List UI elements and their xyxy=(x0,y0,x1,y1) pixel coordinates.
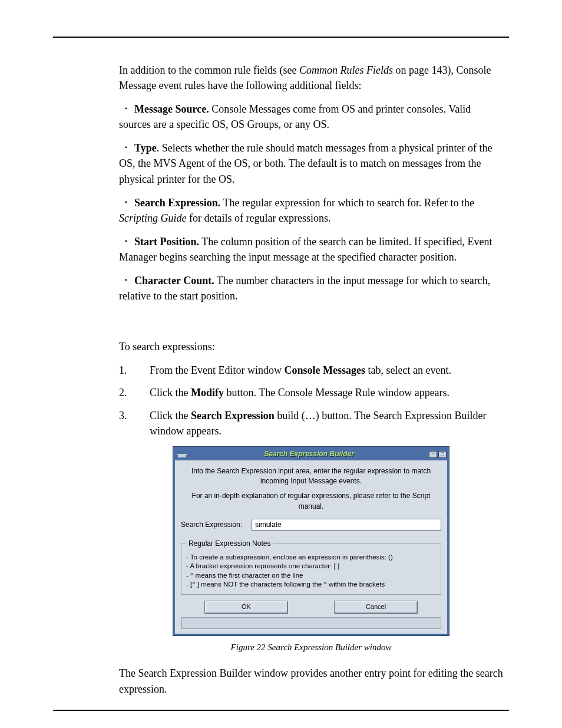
step-3: 3. Click the Search Expression build (…)… xyxy=(119,408,503,439)
dialog-help-2: For an in-depth explanation of regular e… xyxy=(181,491,441,512)
figure-caption: Figure 22 Search Expression Builder wind… xyxy=(119,641,503,654)
window-title: Search Expression Builder xyxy=(189,449,429,459)
dialog-help-1: Into the Search Expression input area, e… xyxy=(181,466,441,487)
body-column: In addition to the common rule fields (s… xyxy=(119,62,503,697)
search-expression-label: Search Expression: xyxy=(181,520,252,530)
search-expression-input[interactable]: simulate xyxy=(252,519,441,531)
bullet-message-source: ▪ Message Source. Console Messages come … xyxy=(119,101,503,132)
dialog-figure: Search Expression Builder · □ Into the S… xyxy=(173,447,449,635)
dialog-body: Into the Search Expression input area, e… xyxy=(175,460,447,634)
bullet-text: The regular expression for which to sear… xyxy=(220,197,474,209)
steps-intro: To search expressions: xyxy=(119,339,503,354)
step-number: 2. xyxy=(119,385,150,400)
title-bar[interactable]: Search Expression Builder · □ xyxy=(175,449,447,460)
closing-paragraph: The Search Expression Builder window pro… xyxy=(119,666,503,696)
notes-fieldset: Regular Expression Notes - To create a s… xyxy=(181,539,441,594)
cancel-button[interactable]: Cancel xyxy=(334,601,418,614)
bullet-character-count: ▪ Character Count. The number characters… xyxy=(119,273,503,304)
numbered-list: 1. From the Event Editor window Console … xyxy=(119,363,503,438)
note-line: - A bracket expression represents one ch… xyxy=(186,562,436,571)
bullet-start-position: ▪ Start Position. The column position of… xyxy=(119,234,503,265)
system-menu-icon[interactable] xyxy=(177,451,187,458)
intro-link: Common Rules Fields xyxy=(299,64,393,76)
bullet-marker-icon: ▪ xyxy=(125,106,127,111)
status-bar xyxy=(181,617,441,629)
title-bar-buttons: · □ xyxy=(429,451,447,458)
step-2: 2. Click the Modify button. The Console … xyxy=(119,385,503,400)
step-number: 1. xyxy=(119,363,150,378)
bullet-marker-icon: ▪ xyxy=(125,199,127,205)
minimize-button[interactable]: · xyxy=(429,451,437,458)
maximize-button[interactable]: □ xyxy=(438,451,447,458)
search-expression-row: Search Expression: simulate xyxy=(181,519,441,531)
bullet-label: Character Count. xyxy=(134,275,214,286)
dialog-window: Search Expression Builder · □ Into the S… xyxy=(173,447,449,635)
bullet-marker-icon: ▪ xyxy=(125,238,127,244)
dot-icon: · xyxy=(432,451,434,457)
bullet-text2: for details of regular expressions. xyxy=(187,212,331,224)
step-text: Click the Modify button. The Console Mes… xyxy=(150,385,503,400)
bullet-label: Start Position. xyxy=(134,236,199,248)
bullet-type: ▪ Type. Selects whether the rule should … xyxy=(119,140,503,186)
bullet-marker-icon: ▪ xyxy=(125,277,127,283)
step-number: 3. xyxy=(119,408,150,439)
document-page: In addition to the common rule fields (s… xyxy=(0,0,562,728)
bullet-label: Type xyxy=(134,142,157,154)
step-text: From the Event Editor window Console Mes… xyxy=(150,363,503,378)
bottom-rule xyxy=(53,710,509,711)
bullet-marker-icon: ▪ xyxy=(125,144,127,150)
note-line: - To create a subexpression, enclose an … xyxy=(186,553,436,562)
ok-button[interactable]: OK xyxy=(204,601,288,614)
dialog-buttons: OK Cancel xyxy=(181,601,441,614)
bullet-text: . Selects whether the rule should match … xyxy=(119,142,492,185)
top-rule xyxy=(53,37,509,38)
note-line: - ^ means the first character on the lin… xyxy=(186,571,436,581)
step-1: 1. From the Event Editor window Console … xyxy=(119,363,503,378)
note-line: - [^ ] means NOT the characters followin… xyxy=(186,580,436,589)
bullet-search-expression: ▪ Search Expression. The regular express… xyxy=(119,195,503,226)
bullet-italic: Scripting Guide xyxy=(119,212,187,224)
intro-paragraph: In addition to the common rule fields (s… xyxy=(119,62,503,93)
bullet-label: Message Source. xyxy=(134,103,209,115)
step-text: Click the Search Expression build (…) bu… xyxy=(150,408,503,439)
bullet-label: Search Expression. xyxy=(134,197,220,209)
intro-prefix: In addition to the common rule fields (s… xyxy=(119,64,299,76)
notes-legend: Regular Expression Notes xyxy=(186,539,273,549)
